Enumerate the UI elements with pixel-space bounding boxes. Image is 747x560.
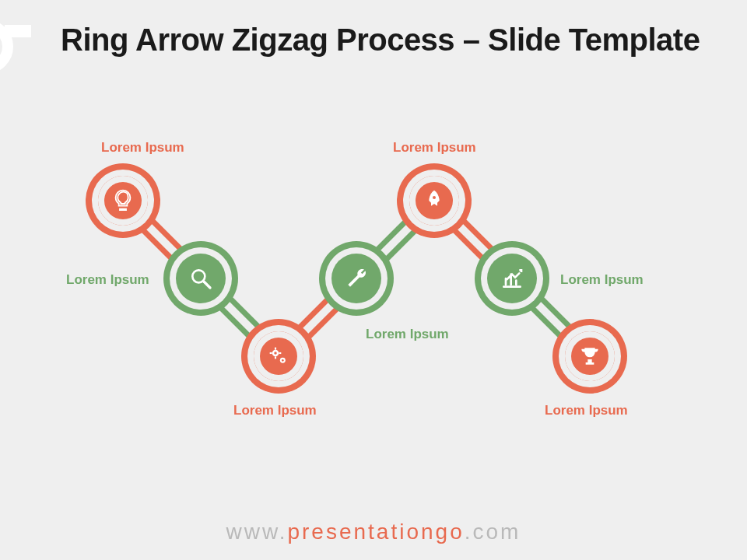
chart-icon <box>487 254 537 303</box>
logo-fragment <box>0 16 31 78</box>
svg-rect-21 <box>279 352 281 354</box>
footer-post: .com <box>465 520 521 544</box>
process-node-1 <box>86 163 160 238</box>
node-1-label: Lorem Ipsum <box>101 140 184 156</box>
svg-rect-18 <box>275 348 276 350</box>
process-node-3 <box>241 319 316 394</box>
diagram-canvas: Lorem Ipsum Lorem Ipsum Lorem Ipsum Lore… <box>0 117 747 482</box>
svg-rect-1 <box>5 25 31 37</box>
node-4-label: Lorem Ipsum <box>366 327 449 342</box>
node-5-label: Lorem Ipsum <box>393 140 476 156</box>
process-node-5 <box>397 163 472 238</box>
process-node-2 <box>163 241 238 316</box>
process-node-7 <box>552 319 627 394</box>
rocket-icon <box>409 176 459 226</box>
node-7-label: Lorem Ipsum <box>545 403 628 418</box>
svg-line-15 <box>204 282 210 288</box>
footer-pre: www. <box>226 520 288 544</box>
slide-title: Ring Arrow Zigzag Process – Slide Templa… <box>61 22 700 58</box>
node-6-label: Lorem Ipsum <box>560 272 644 288</box>
svg-rect-20 <box>270 352 272 354</box>
node-2-label: Lorem Ipsum <box>66 272 149 288</box>
footer-url: www.presentationgo.com <box>0 520 747 544</box>
node-3-label: Lorem Ipsum <box>233 403 317 418</box>
trophy-icon <box>565 331 615 381</box>
svg-rect-19 <box>275 356 276 359</box>
svg-point-23 <box>282 359 284 362</box>
gears-icon <box>254 331 303 381</box>
lightbulb-icon <box>98 176 148 226</box>
magnifier-icon <box>176 254 226 303</box>
svg-point-17 <box>274 352 276 354</box>
wrench-icon <box>331 254 381 303</box>
footer-mid: presentationgo <box>287 520 464 544</box>
process-node-6 <box>475 241 549 316</box>
process-node-4 <box>319 241 394 316</box>
